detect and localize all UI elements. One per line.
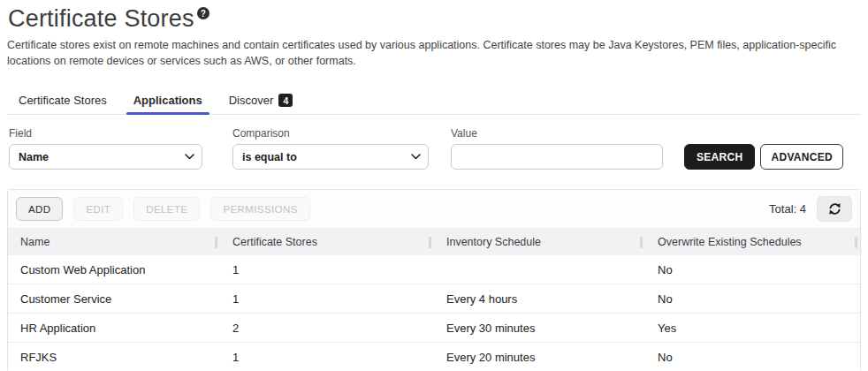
column-header[interactable]: Name [8,229,220,255]
refresh-button[interactable] [817,196,852,222]
edit-button: EDIT [73,197,123,221]
table-cell: HR Application [8,322,220,335]
table-cell: Every 30 minutes [434,322,645,335]
page-title: Certificate Stores [8,5,194,33]
column-header[interactable]: Overwrite Existing Schedules [645,229,860,255]
column-header[interactable]: Inventory Schedule [434,229,645,255]
advanced-button[interactable]: ADVANCED [760,144,843,170]
applications-grid-panel: ADD EDIT DELETE PERMISSIONS Total: 4 Nam… [7,189,861,371]
tab-certificate-stores[interactable]: Certificate Stores [11,88,114,114]
table-cell: Every 4 hours [434,292,645,306]
comparison-label: Comparison [232,127,429,140]
certificate-stores-page: Certificate Stores ? Certificate stores … [0,0,868,371]
table-cell: Every 20 minutes [434,351,645,364]
search-filter-bar: Field Name Comparison is equal to Value … [7,127,861,170]
refresh-icon [826,201,843,216]
total-count: Total: 4 [769,202,806,216]
table-cell: 2 [220,322,434,335]
tab-applications[interactable]: Applications [126,88,209,114]
tab-label: Certificate Stores [19,94,107,107]
delete-button: DELETE [133,197,200,221]
discover-count-badge: 4 [278,94,293,107]
search-button[interactable]: SEARCH [684,144,755,170]
value-input[interactable] [451,144,663,170]
value-label: Value [451,127,663,140]
comparison-select[interactable]: is equal to [232,144,429,170]
tab-discover[interactable]: Discover 4 [222,88,301,114]
table-cell: 1 [220,263,434,276]
tab-label: Discover [229,94,274,107]
table-cell: Custom Web Application [8,263,220,276]
tab-label: Applications [133,94,202,107]
table-cell: RFJKS [8,351,220,364]
column-header[interactable]: Certificate Stores [220,229,434,255]
tab-bar: Certificate Stores Applications Discover… [7,88,861,115]
grid-toolbar: ADD EDIT DELETE PERMISSIONS Total: 4 [8,190,860,228]
table-row[interactable]: RFJKS1Every 20 minutesNo [8,343,860,371]
table-row[interactable]: Custom Web Application1No [8,255,860,284]
add-button[interactable]: ADD [16,197,63,221]
table-row[interactable]: HR Application2Every 30 minutesYes [8,314,860,343]
table-cell: No [645,292,860,306]
table-body: Custom Web Application1NoCustomer Servic… [8,255,860,371]
permissions-button: PERMISSIONS [210,197,309,221]
table-cell: 1 [220,351,434,364]
field-select[interactable]: Name [9,144,202,170]
table-cell: No [645,351,860,364]
table-cell: 1 [220,292,434,306]
page-description: Certificate stores exist on remote machi… [7,37,856,69]
help-icon[interactable]: ? [197,7,209,19]
table-cell: Yes [645,322,860,335]
table-row[interactable]: Customer Service1Every 4 hoursNo [8,284,860,314]
field-label: Field [9,127,202,140]
table-cell: Customer Service [8,292,220,306]
page-header: Certificate Stores ? [7,5,861,33]
table-cell: No [645,263,860,276]
table-header-row: NameCertificate StoresInventory Schedule… [8,228,860,255]
